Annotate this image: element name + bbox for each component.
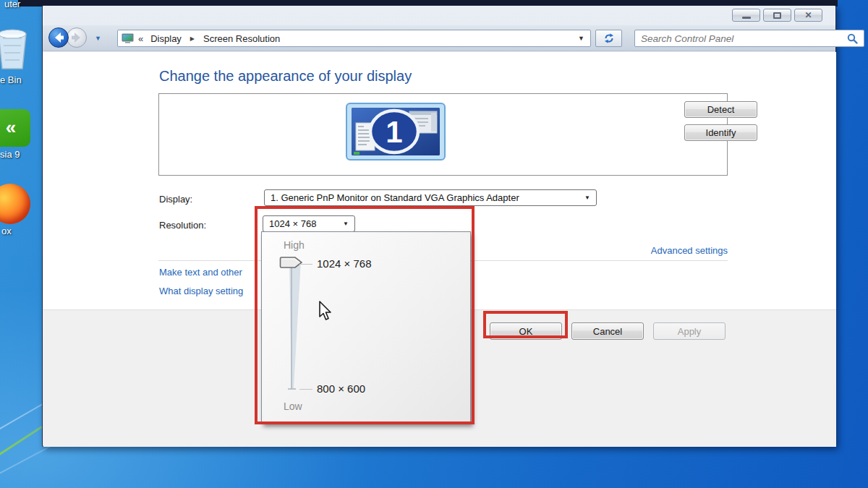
- breadcrumb[interactable]: « Display ▶ Screen Resolution ▼: [117, 30, 591, 47]
- desktop-icon-label-computer[interactable]: uter: [4, 0, 20, 9]
- forward-arrow-icon: [67, 28, 86, 47]
- page-title: Change the appearance of your display: [159, 68, 412, 85]
- navigation-bar: ▼ « Display ▶ Screen Resolution ▼: [43, 25, 835, 51]
- display-select[interactable]: 1. Generic PnP Monitor on Standard VGA G…: [264, 189, 597, 206]
- breadcrumb-separator-icon[interactable]: ▶: [190, 35, 195, 42]
- search-field[interactable]: [634, 30, 864, 47]
- advanced-settings-link[interactable]: Advanced settings: [651, 245, 728, 256]
- breadcrumb-item-screen-resolution[interactable]: Screen Resolution: [202, 32, 281, 46]
- close-button[interactable]: ✕: [794, 9, 822, 22]
- firefox-icon[interactable]: [0, 184, 30, 224]
- svg-text:1: 1: [386, 115, 402, 149]
- display-settings-help-link[interactable]: What display setting: [159, 286, 243, 296]
- monitor-1-preview[interactable]: 1: [346, 103, 446, 166]
- desktop-icon-label-firefox[interactable]: ox: [1, 226, 12, 236]
- breadcrumb-item-display[interactable]: Display: [149, 32, 183, 46]
- ok-highlight-box: [483, 311, 568, 338]
- search-icon[interactable]: [847, 33, 858, 44]
- maximize-button[interactable]: [763, 9, 791, 22]
- chevron-down-icon: ▼: [577, 194, 590, 201]
- minimize-icon: [742, 17, 751, 19]
- camtasia-icon[interactable]: «: [0, 109, 30, 147]
- back-arrow-icon: [49, 28, 68, 47]
- apply-button[interactable]: Apply: [653, 322, 726, 340]
- identify-button[interactable]: Identify: [684, 124, 757, 141]
- forward-button[interactable]: [67, 27, 87, 48]
- recycle-bin-icon[interactable]: [0, 24, 29, 73]
- minimize-button[interactable]: [732, 9, 760, 22]
- screen-resolution-window: ✕ ▼: [42, 5, 836, 447]
- desktop-icon-label-recycle-bin[interactable]: e Bin: [0, 74, 22, 85]
- desktop-icon-label-camtasia[interactable]: sia 9: [0, 149, 20, 160]
- breadcrumb-dropdown-icon[interactable]: ▼: [578, 35, 584, 42]
- breadcrumb-chevron[interactable]: «: [138, 33, 143, 44]
- resolution-highlight-box: [255, 206, 475, 424]
- desktop-background: uter e Bin « sia 9 ox ✕: [0, 0, 868, 488]
- search-input[interactable]: [635, 33, 847, 44]
- refresh-button[interactable]: [595, 30, 622, 47]
- recent-pages-dropdown[interactable]: ▼: [95, 35, 101, 42]
- cancel-button[interactable]: Cancel: [571, 322, 644, 340]
- display-select-value: 1. Generic PnP Monitor on Standard VGA G…: [271, 192, 519, 203]
- close-icon: ✕: [804, 11, 812, 20]
- text-size-link[interactable]: Make text and other: [159, 267, 242, 278]
- resolution-label: Resolution:: [159, 220, 206, 231]
- back-button[interactable]: [48, 27, 69, 48]
- monitor-preview-box: 1 Detect Identify: [158, 93, 728, 176]
- maximize-icon: [773, 12, 781, 19]
- detect-button[interactable]: Detect: [684, 101, 757, 118]
- display-icon: [122, 33, 134, 44]
- window-titlebar[interactable]: ✕: [43, 6, 835, 25]
- refresh-icon: [603, 33, 615, 44]
- display-label: Display:: [159, 194, 192, 205]
